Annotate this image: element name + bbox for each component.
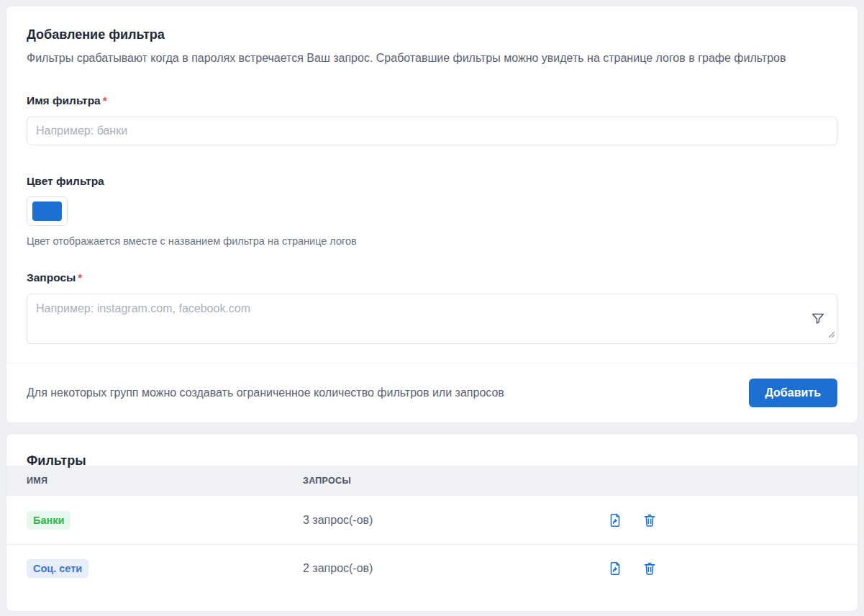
row-actions <box>607 512 837 528</box>
view-queries-button[interactable] <box>607 561 623 576</box>
add-filter-description: Фильтры срабатывают когда в паролях встр… <box>27 51 837 65</box>
trash-icon <box>642 512 658 528</box>
required-asterisk: * <box>103 94 107 107</box>
file-arrow-icon <box>607 561 623 576</box>
queries-textarea[interactable] <box>27 294 837 344</box>
queries-textarea-wrap <box>27 294 837 344</box>
color-picker-button[interactable] <box>27 196 68 226</box>
filter-name-label: Имя фильтра* <box>27 94 837 107</box>
page: Добавление фильтра Фильтры срабатывают к… <box>0 0 864 616</box>
column-header-queries: ЗАПРОСЫ <box>303 476 607 486</box>
filters-card-header: Фильтры <box>6 434 858 466</box>
queries-count-cell: 2 запрос(-ов) <box>303 562 607 575</box>
funnel-icon[interactable] <box>810 311 826 330</box>
queries-label-text: Запросы <box>27 271 76 284</box>
filters-table-header: ИМЯ ЗАПРОСЫ <box>6 466 858 496</box>
view-queries-button[interactable] <box>607 512 623 528</box>
limit-note: Для некоторых групп можно создавать огра… <box>27 386 504 399</box>
table-row: Соц. сети 2 запрос(-ов) <box>6 544 858 592</box>
add-button[interactable]: Добавить <box>749 379 838 407</box>
filter-badge: Банки <box>27 511 71 530</box>
file-arrow-icon <box>607 512 623 528</box>
table-row: Банки 3 запрос(-ов) <box>6 496 858 544</box>
selected-color-swatch <box>32 201 62 221</box>
delete-filter-button[interactable] <box>642 512 658 528</box>
queries-count-cell: 3 запрос(-ов) <box>303 514 607 527</box>
queries-label: Запросы* <box>27 271 837 284</box>
filter-name-input[interactable] <box>27 117 837 145</box>
add-filter-card-body: Добавление фильтра Фильтры срабатывают к… <box>6 6 858 363</box>
filter-name-cell: Банки <box>27 511 303 530</box>
resize-grip[interactable] <box>827 328 835 341</box>
filter-color-help: Цвет отображается вместе с названием фил… <box>27 235 837 248</box>
filter-badge: Соц. сети <box>27 559 88 578</box>
delete-filter-button[interactable] <box>642 561 658 576</box>
add-filter-title: Добавление фильтра <box>27 27 837 42</box>
column-header-name: ИМЯ <box>27 476 303 486</box>
filter-color-label: Цвет фильтра <box>27 174 837 188</box>
row-actions <box>607 561 837 576</box>
add-filter-footer: Для некоторых групп можно создавать огра… <box>6 363 858 422</box>
required-asterisk: * <box>78 271 82 284</box>
filter-name-cell: Соц. сети <box>27 559 303 578</box>
filters-card: Фильтры ИМЯ ЗАПРОСЫ Банки 3 запрос(-ов) <box>6 433 858 612</box>
trash-icon <box>642 561 658 576</box>
add-filter-card: Добавление фильтра Фильтры срабатывают к… <box>6 6 858 423</box>
filter-name-label-text: Имя фильтра <box>27 94 101 107</box>
